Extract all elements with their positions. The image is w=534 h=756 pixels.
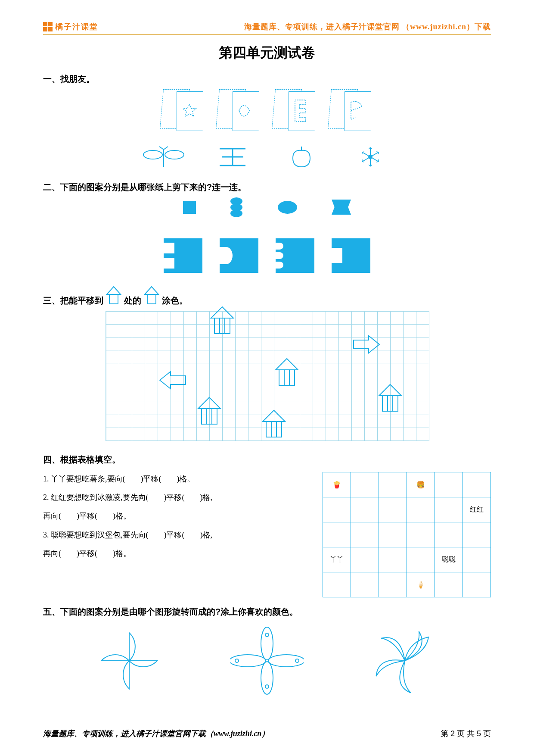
svg-marker-14 (107, 287, 121, 294)
cell-congcong: 聪聪 (435, 547, 463, 572)
translation-grid (106, 311, 429, 441)
svg-point-1 (165, 150, 184, 159)
svg-point-13 (369, 155, 372, 159)
svg-marker-39 (354, 336, 379, 353)
grid-house-4 (261, 409, 287, 440)
cell-icecream: 🍦 (407, 572, 435, 597)
house-target-icon (105, 286, 122, 306)
svg-marker-26 (198, 397, 220, 409)
page-header: 橘子汁课堂 海量题库、专项训练，进入橘子汁课堂官网 （www.juzizhi.c… (43, 22, 491, 35)
wang-char-icon (211, 145, 254, 171)
s3-text-pre: 三、把能平移到 (43, 295, 103, 306)
svg-line-3 (159, 147, 164, 150)
svg-rect-27 (202, 409, 217, 424)
s4-q2: 2. 红红要想吃到冰激凌,要先向( )平移( )格, (43, 488, 314, 507)
svg-point-47 (295, 659, 299, 662)
svg-point-45 (265, 685, 269, 688)
s4-q3b: 再向( )平移( )格。 (43, 544, 314, 563)
s3-text-mid: 处的 (124, 295, 141, 306)
paper-cut-4 (332, 238, 370, 273)
s4-q2b: 再向( )平移( )格。 (43, 507, 314, 525)
s4-q3: 3. 聪聪要想吃到汉堡包,要先向( )平移( )格, (43, 526, 314, 544)
shape-ellipse (278, 201, 297, 214)
dragonfly-icon (142, 145, 185, 171)
fold-card-2 (217, 89, 261, 132)
apple-icon (280, 145, 323, 171)
brand-name: 橘子汁课堂 (55, 22, 98, 32)
pinwheel-icon (93, 626, 166, 695)
section4-head: 四、根据表格填空。 (43, 454, 491, 465)
svg-rect-17 (147, 294, 156, 304)
svg-point-42 (230, 655, 266, 667)
logo-icon (43, 22, 53, 31)
shape-bowtie (332, 200, 351, 215)
snowflake-icon (349, 145, 392, 171)
grid-house-2 (274, 358, 300, 389)
grid-arrow-right (351, 334, 382, 355)
paper-cut-3 (276, 238, 314, 273)
s3-text-post: 涂色。 (162, 295, 188, 306)
shape-stacked-circles (230, 197, 243, 217)
swirl-flower-icon (368, 626, 441, 695)
grid-house-3 (196, 397, 222, 428)
svg-rect-23 (279, 370, 295, 385)
paper-cut-1 (164, 238, 202, 273)
page-title: 第四单元测试卷 (43, 44, 491, 62)
section1-head: 一、找朋友。 (43, 73, 491, 85)
svg-point-43 (268, 655, 304, 667)
cell-yaya: 丫丫 (323, 547, 351, 572)
grid-house-5 (377, 384, 403, 415)
s1-folded-row (43, 89, 491, 132)
s2-shapes-row (43, 197, 491, 217)
cell-burger: 🍔 (407, 472, 435, 497)
s4-table: 🍟 🍔 红红 丫丫 聪聪 🍦 (323, 472, 491, 597)
s4-q1: 1. 丫丫要想吃薯条,要向( )平移( )格。 (43, 470, 314, 488)
header-tagline: 海量题库、专项训练，进入橘子汁课堂官网 （www.juzizhi.cn）下载 (244, 22, 491, 32)
shape-square (183, 201, 196, 214)
cell-honghong: 红红 (463, 497, 491, 522)
fold-card-4 (329, 89, 373, 132)
section5-head: 五、下面的图案分别是由哪个图形旋转而成的?涂上你喜欢的颜色。 (43, 606, 491, 618)
svg-marker-30 (263, 410, 285, 422)
svg-point-40 (261, 627, 273, 660)
s4-questions: 1. 丫丫要想吃薯条,要向( )平移( )格。 2. 红红要想吃到冰激凌,要先向… (43, 470, 314, 563)
fold-card-3 (273, 89, 317, 132)
cell-fries: 🍟 (323, 472, 351, 497)
house-source-icon (143, 286, 160, 306)
grid-arrow-left (158, 369, 188, 391)
grid-house-1 (209, 306, 235, 337)
svg-marker-38 (160, 372, 186, 389)
svg-marker-34 (379, 384, 401, 396)
svg-point-0 (143, 150, 162, 159)
svg-marker-18 (211, 307, 233, 318)
page-footer: 海量题库、专项训练，进入橘子汁课堂官网下载（www.juzizhi.cn） 第 … (43, 728, 491, 739)
svg-line-4 (164, 147, 168, 150)
svg-rect-31 (266, 422, 282, 437)
footer-pagenum: 第 2 页 共 5 页 (441, 728, 491, 739)
svg-rect-19 (214, 318, 230, 334)
petal-cross-icon (230, 626, 304, 695)
s3-grid-container (106, 311, 428, 441)
section2-head: 二、下面的图案分别是从哪张纸上剪下来的?连一连。 (43, 181, 491, 193)
svg-rect-35 (382, 396, 398, 411)
s2-papers-row (43, 238, 491, 273)
paper-cut-2 (220, 238, 258, 273)
brand-logo: 橘子汁课堂 (43, 22, 98, 32)
section3-head: 三、把能平移到 处的 涂色。 (43, 286, 491, 306)
svg-marker-16 (145, 287, 158, 294)
s5-patterns (60, 626, 474, 695)
fold-card-1 (161, 89, 205, 132)
svg-point-46 (235, 659, 239, 662)
svg-rect-15 (109, 294, 118, 304)
s1-unfolded-row (43, 145, 491, 171)
footer-left: 海量题库、专项训练，进入橘子汁课堂官网下载（www.juzizhi.cn） (43, 728, 269, 739)
svg-point-41 (261, 662, 273, 694)
svg-marker-22 (276, 359, 298, 370)
svg-point-44 (265, 633, 269, 637)
